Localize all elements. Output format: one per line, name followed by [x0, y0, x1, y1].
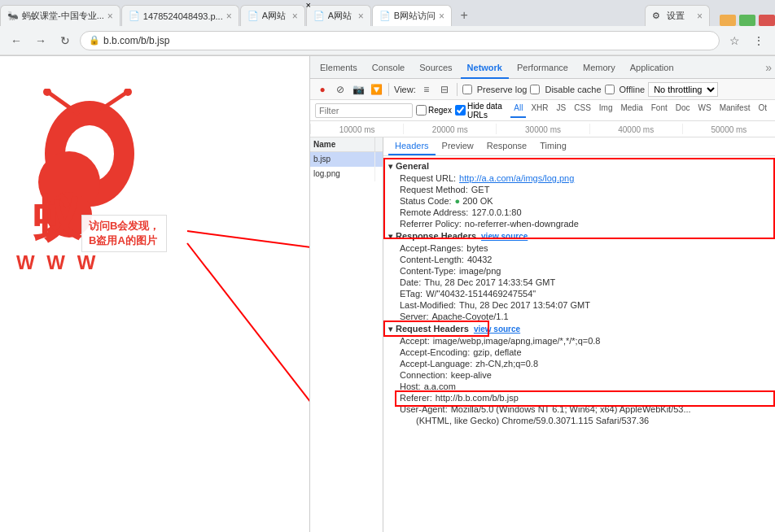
hide-data-urls-checkbox[interactable]: [455, 105, 466, 116]
remote-key: Remote Address:: [400, 207, 468, 217]
filter-media[interactable]: Media: [617, 103, 646, 118]
request-headers-title: Request Headers: [396, 324, 469, 334]
dt-tab-console[interactable]: Console: [366, 56, 411, 79]
dt-tab-memory[interactable]: Memory: [576, 56, 622, 79]
url-text: b.b.com/b/b.jsp: [103, 35, 169, 46]
filter-css[interactable]: CSS: [571, 103, 594, 118]
regex-checkbox[interactable]: [416, 105, 427, 116]
filter-font[interactable]: Font: [648, 103, 671, 118]
view-label: View:: [394, 85, 416, 94]
filter-doc[interactable]: Doc: [672, 103, 694, 118]
preserve-log-checkbox[interactable]: [462, 85, 472, 94]
record-button[interactable]: ●: [315, 82, 330, 97]
detail-tab-timing[interactable]: Timing: [533, 137, 573, 155]
req-row-6: User-Agent: Mozilla/5.0 (Windows NT 6.1;…: [383, 403, 775, 415]
disable-cache-checkbox[interactable]: [530, 85, 540, 94]
req-row-7: (KHTML, like Gecko) Chrome/59.0.3071.115…: [383, 415, 775, 426]
detail-tab-response[interactable]: Response: [480, 137, 534, 155]
close-button[interactable]: [759, 15, 775, 26]
filter-ws[interactable]: WS: [695, 103, 715, 118]
detail-tab-headers[interactable]: Headers: [388, 137, 436, 155]
general-section-header[interactable]: ▾ General: [383, 159, 775, 172]
clear-button[interactable]: ⊘: [333, 82, 348, 97]
tab-1-title: 蚂蚁课堂-中国专业...: [22, 10, 104, 22]
tab-4[interactable]: 📄 A网站 ×: [306, 5, 371, 26]
url-bar[interactable]: 🔒 b.b.com/b/b.jsp: [80, 31, 720, 50]
tab-1-close[interactable]: ×: [107, 11, 113, 22]
new-tab-button[interactable]: +: [453, 5, 475, 26]
forward-button[interactable]: →: [31, 31, 50, 50]
menu-button[interactable]: ⋮: [749, 31, 768, 50]
general-row-url: Request URL: http://a.a.com/a/imgs/log.p…: [383, 172, 775, 184]
resp-key-4: ETag:: [400, 289, 423, 299]
detail-tab-preview[interactable]: Preview: [436, 137, 480, 155]
req-val-4: a.a.com: [424, 382, 456, 391]
req-key-1: Accept-Encoding:: [400, 347, 470, 357]
req-row-1: Accept-Encoding: gzip, deflate: [383, 347, 775, 358]
tab-5[interactable]: 📄 B网站访问 ×: [372, 5, 452, 26]
network-row-logpng[interactable]: log.png: [310, 167, 383, 181]
disable-cache-label: Disable cache: [545, 85, 601, 94]
resp-key-1: Content-Length:: [400, 255, 464, 264]
network-row-bjsp[interactable]: b.jsp: [310, 152, 383, 167]
tl-label-2: 20000 ms: [403, 124, 496, 134]
request-view-source[interactable]: view source: [474, 325, 520, 334]
response-view-source[interactable]: view source: [481, 232, 528, 241]
toolbar-separator-1: [388, 83, 389, 96]
tab-5-close[interactable]: ×: [439, 11, 444, 22]
req-val-7: (KHTML, like Gecko) Chrome/59.0.3071.115…: [400, 416, 649, 425]
tab-4-close[interactable]: ×: [358, 11, 364, 22]
address-bar: ← → ↻ 🔒 b.b.com/b/b.jsp ☆ ⋮: [0, 26, 775, 55]
filter-all[interactable]: All: [510, 103, 526, 118]
minimize-button[interactable]: [720, 15, 736, 26]
offline-checkbox[interactable]: [605, 85, 615, 94]
tab-2-close[interactable]: ×: [226, 11, 232, 22]
tab-3-close[interactable]: ×: [292, 11, 298, 22]
url-value[interactable]: http://a.a.com/a/imgs/log.png: [459, 173, 574, 183]
dt-more-button[interactable]: »: [765, 61, 772, 74]
filter-manifest[interactable]: Manifest: [716, 103, 754, 118]
refresh-button[interactable]: ↻: [55, 31, 75, 50]
tab-3[interactable]: 📄 A网站 ×: [240, 5, 305, 26]
dt-tab-sources[interactable]: Sources: [413, 56, 458, 79]
response-headers-header[interactable]: ▾ Response Headers view source: [383, 229, 775, 242]
dt-tab-performance[interactable]: Performance: [510, 56, 575, 79]
bookmark-button[interactable]: ☆: [725, 31, 744, 50]
resp-row-5: Last-Modified: Thu, 28 Dec 2017 13:54:07…: [383, 299, 775, 311]
filter-other[interactable]: Ot: [755, 103, 770, 118]
throttling-select[interactable]: No throttling: [648, 82, 718, 97]
req-key-3: Connection:: [400, 370, 448, 380]
view-group-icon[interactable]: ⊟: [437, 82, 452, 97]
view-list-icon[interactable]: ≡: [419, 82, 434, 97]
settings-close[interactable]: ×: [697, 11, 703, 22]
filter-img[interactable]: Img: [596, 103, 616, 118]
req-val-3: keep-alive: [451, 370, 492, 380]
filter-input[interactable]: [315, 103, 413, 118]
settings-favicon: ⚙: [652, 11, 663, 22]
filter-js[interactable]: JS: [554, 103, 570, 118]
devtools-toolbar: ● ⊘ 📷 🔽 View: ≡ ⊟ Preserve log Disable c…: [310, 79, 775, 100]
filter-icon[interactable]: 🔽: [369, 82, 383, 97]
screenshot-icon[interactable]: 📷: [351, 82, 366, 97]
resp-row-3: Date: Thu, 28 Dec 2017 14:33:54 GMT: [383, 277, 775, 288]
filter-xhr[interactable]: XHR: [528, 103, 551, 118]
method-key: Request Method:: [400, 185, 468, 194]
tab-2[interactable]: 📄 1478524048493.p... ×: [121, 5, 239, 26]
req-row-3: Connection: keep-alive: [383, 369, 775, 381]
request-headers-header[interactable]: ▾ Request Headers view source: [383, 322, 775, 335]
resp-row-1: Content-Length: 40432: [383, 254, 775, 265]
dt-tab-application[interactable]: Application: [624, 56, 681, 79]
req-key-4: Host:: [400, 382, 421, 391]
tl-label-5: 50000 ms: [682, 124, 775, 134]
dt-tab-elements[interactable]: Elements: [313, 56, 364, 79]
lock-icon: 🔒: [89, 35, 100, 46]
tab-1[interactable]: 🐜 蚂蚁课堂-中国专业... ×: [0, 5, 120, 26]
tab-settings[interactable]: ⚙ 设置 ×: [645, 5, 710, 26]
dt-tab-network[interactable]: Network: [461, 56, 509, 79]
maximize-button[interactable]: [739, 15, 755, 26]
general-title: General: [396, 161, 429, 171]
offline-label: Offline: [620, 85, 646, 94]
back-button[interactable]: ←: [7, 31, 26, 50]
response-headers-section: ▾ Response Headers view source Accept-Ra…: [383, 229, 775, 322]
resp-val-0: bytes: [466, 243, 488, 253]
